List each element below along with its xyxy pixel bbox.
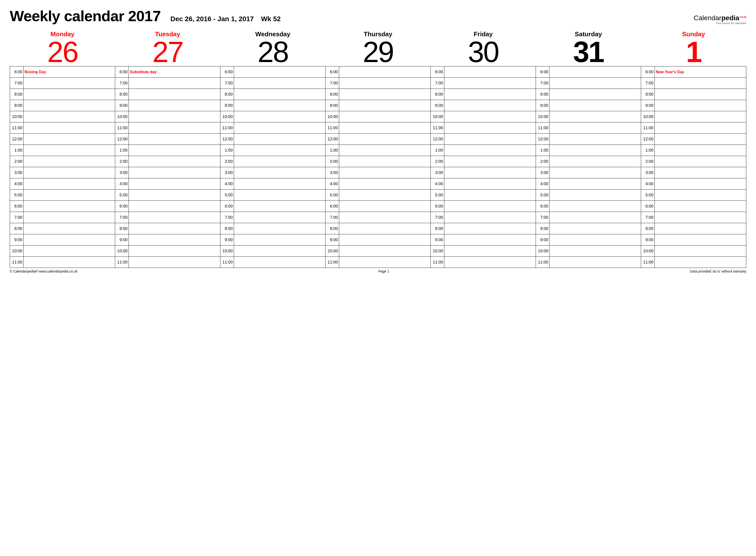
time-cell[interactable]: 7:00 (326, 212, 431, 223)
time-cell[interactable]: 9:00 (536, 100, 641, 111)
time-cell[interactable]: 8:00 (431, 89, 536, 100)
time-cell[interactable]: 9:00 (10, 234, 115, 245)
time-cell[interactable]: 7:00 (115, 212, 220, 223)
time-cell[interactable]: 10:00 (326, 245, 431, 257)
time-cell[interactable]: 8:00 (115, 89, 220, 100)
time-cell[interactable]: 4:00 (536, 178, 641, 189)
time-cell[interactable]: 8:00 (326, 89, 431, 100)
time-cell[interactable]: 10:00 (431, 245, 536, 257)
time-cell[interactable]: 6:00 (115, 201, 220, 212)
time-cell[interactable]: 5:00 (220, 189, 326, 201)
time-cell[interactable]: 4:00 (431, 178, 536, 189)
time-cell[interactable]: 2:00 (641, 156, 746, 167)
time-cell[interactable]: 5:00 (536, 189, 641, 201)
time-cell[interactable]: 7:00 (641, 78, 746, 89)
time-cell[interactable]: 5:00 (10, 189, 115, 201)
time-cell[interactable]: 1:00 (10, 145, 115, 156)
time-cell[interactable]: 8:00 (326, 223, 431, 234)
time-cell[interactable]: 12:00 (431, 134, 536, 145)
time-cell[interactable]: 9:00 (220, 234, 326, 245)
time-cell[interactable]: 9:00 (431, 234, 536, 245)
time-cell[interactable]: 5:00 (326, 189, 431, 201)
time-cell[interactable]: 10:00 (431, 111, 536, 123)
time-cell[interactable]: 3:00 (431, 167, 536, 178)
time-cell[interactable]: 6:00 (220, 201, 326, 212)
time-cell[interactable]: 10:00 (10, 111, 115, 123)
time-cell[interactable]: 11:00 (641, 123, 746, 134)
time-cell[interactable]: 6:00 (10, 201, 115, 212)
time-cell[interactable]: 9:00 (326, 100, 431, 111)
time-cell[interactable]: 4:00 (326, 178, 431, 189)
time-cell[interactable]: 1:00 (536, 145, 641, 156)
time-cell[interactable]: 11:00 (10, 123, 115, 134)
time-cell[interactable]: 1:00 (220, 145, 326, 156)
time-cell[interactable]: 7:00 (10, 78, 115, 89)
time-cell[interactable]: 1:00 (115, 145, 220, 156)
time-cell[interactable]: 7:00 (10, 212, 115, 223)
time-cell[interactable]: 7:00 (431, 212, 536, 223)
time-cell[interactable]: 10:00 (220, 245, 326, 257)
time-cell[interactable]: 12:00 (115, 134, 220, 145)
time-cell[interactable]: 6:00 (536, 201, 641, 212)
time-cell[interactable]: 11:00 (10, 257, 115, 268)
time-cell[interactable]: 12:00 (641, 134, 746, 145)
time-cell[interactable]: 12:00 (10, 134, 115, 145)
time-cell[interactable]: 9:00 (536, 234, 641, 245)
time-cell[interactable]: 1:00 (431, 145, 536, 156)
time-cell[interactable]: 11:00 (641, 257, 746, 268)
time-cell[interactable]: 3:00 (10, 167, 115, 178)
time-cell[interactable]: 11:00 (220, 257, 326, 268)
time-cell[interactable]: 1:00 (641, 145, 746, 156)
time-cell[interactable]: 10:00 (326, 111, 431, 123)
time-cell[interactable]: 7:00 (220, 78, 326, 89)
time-cell[interactable]: 4:00 (10, 178, 115, 189)
time-cell[interactable]: 7:00 (536, 78, 641, 89)
time-cell[interactable]: 3:00 (536, 167, 641, 178)
time-cell[interactable]: 9:00 (641, 234, 746, 245)
time-cell[interactable]: 2:00 (115, 156, 220, 167)
time-cell[interactable]: 4:00 (641, 178, 746, 189)
time-cell[interactable]: 2:00 (220, 156, 326, 167)
time-cell[interactable]: 10:00 (10, 245, 115, 257)
time-cell[interactable]: 10:00 (641, 245, 746, 257)
time-cell[interactable]: 10:00 (115, 111, 220, 123)
time-cell[interactable]: 9:00 (115, 100, 220, 111)
time-cell[interactable]: 7:00 (326, 78, 431, 89)
time-cell[interactable]: 11:00 (220, 123, 326, 134)
time-cell[interactable]: 2:00 (10, 156, 115, 167)
time-cell[interactable]: 9:00 (326, 234, 431, 245)
time-cell[interactable]: 11:00 (536, 123, 641, 134)
time-cell[interactable]: 8:00 (641, 223, 746, 234)
time-cell[interactable]: 10:00 (220, 111, 326, 123)
time-cell[interactable]: 8:00 (431, 223, 536, 234)
time-cell[interactable]: 11:00 (115, 257, 220, 268)
time-cell[interactable]: 2:00 (536, 156, 641, 167)
time-cell[interactable]: 8:00 (641, 89, 746, 100)
time-cell[interactable]: 11:00 (431, 257, 536, 268)
time-cell[interactable]: 3:00 (641, 167, 746, 178)
time-cell[interactable]: 12:00 (220, 134, 326, 145)
time-cell[interactable]: 11:00 (431, 123, 536, 134)
time-cell[interactable]: 9:00 (641, 100, 746, 111)
time-cell[interactable]: 5:00 (641, 189, 746, 201)
time-cell[interactable]: 6:00 (326, 201, 431, 212)
time-cell[interactable]: 7:00 (536, 212, 641, 223)
time-cell[interactable]: 6:00 (641, 201, 746, 212)
time-cell[interactable]: 5:00 (115, 189, 220, 201)
time-cell[interactable]: 7:00 (220, 212, 326, 223)
time-cell[interactable]: 12:00 (536, 134, 641, 145)
time-cell[interactable]: 2:00 (326, 156, 431, 167)
time-cell[interactable]: 8:00 (10, 89, 115, 100)
time-cell[interactable]: 3:00 (115, 167, 220, 178)
time-cell[interactable]: 8:00 (220, 89, 326, 100)
time-cell[interactable]: 8:00 (10, 223, 115, 234)
time-cell[interactable]: 3:00 (326, 167, 431, 178)
time-cell[interactable]: 9:00 (115, 234, 220, 245)
time-cell[interactable]: 8:00 (536, 223, 641, 234)
time-cell[interactable]: 3:00 (220, 167, 326, 178)
time-cell[interactable]: 2:00 (431, 156, 536, 167)
time-cell[interactable]: 10:00 (641, 111, 746, 123)
time-cell[interactable]: 10:00 (536, 111, 641, 123)
time-cell[interactable]: 11:00 (536, 257, 641, 268)
time-cell[interactable]: 9:00 (431, 100, 536, 111)
